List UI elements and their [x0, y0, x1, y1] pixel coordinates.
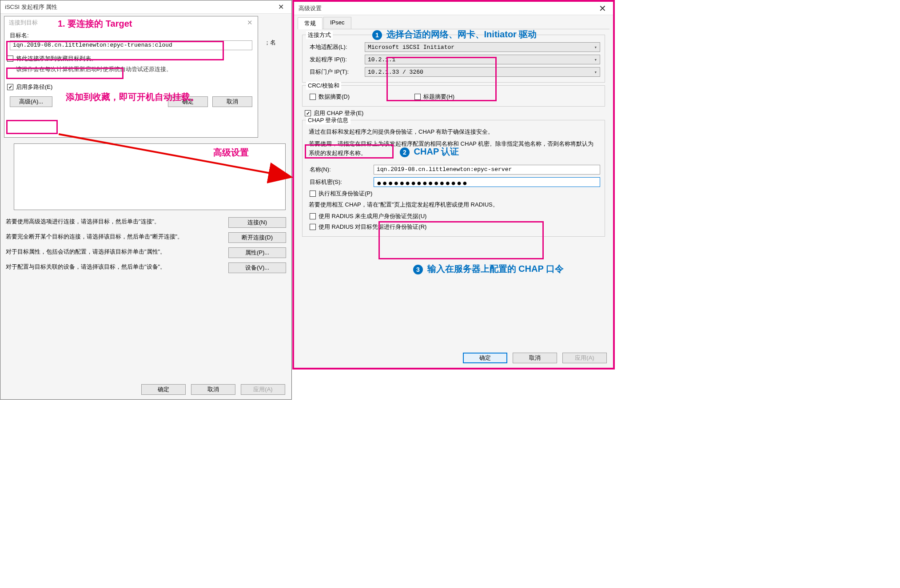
target-name-label: 目标名: — [10, 32, 252, 40]
connect-button[interactable]: 连接(N) — [228, 217, 286, 228]
ok-button[interactable]: 确定 — [141, 384, 186, 395]
target-name-value: iqn.2019-08.cn.littlenewton:epyc-truenas… — [13, 42, 172, 48]
chap-info-label: CHAP 登录信息 — [306, 116, 350, 124]
tab-general[interactable]: 常规 — [298, 17, 323, 29]
connect-help-text: 若要使用高级选项进行连接，请选择目标，然后单击"连接"。 — [6, 217, 219, 226]
chap-secret-value: ●●●●●●●●●●●●●●●● — [377, 179, 468, 187]
cancel-button[interactable]: 取消 — [212, 96, 252, 107]
chevron-down-icon: ▾ — [594, 44, 597, 50]
iscsi-initiator-properties-window: iSCSI 发起程序 属性 ✕ ；名 连接到目标 ✕ 目标名: iqn.2019… — [0, 0, 292, 400]
crc-label: CRC/校验和 — [306, 82, 341, 90]
radius-target-label: 使用 RADIUS 对目标凭据进行身份验证(R) — [319, 223, 426, 231]
properties-help-text: 对于目标属性，包括会话的配置，请选择该目标并单击"属性"。 — [6, 247, 219, 256]
mutual-auth-label: 执行相互身份验证(P) — [319, 190, 372, 198]
badge-3-icon: 3 — [413, 265, 423, 274]
tab-ipsec[interactable]: IPsec — [323, 17, 351, 29]
advanced-button[interactable]: 高级(A)... — [10, 96, 52, 107]
devices-button[interactable]: 设备(V)... — [228, 262, 286, 273]
apply-button[interactable]: 应用(A) — [562, 353, 607, 363]
right-window-title: 高级设置 — [299, 4, 322, 12]
annotation-b3: 3 输入在服务器上配置的 CHAP 口令 — [413, 263, 564, 275]
local-adapter-label: 本地适配器(L): — [307, 43, 365, 51]
annotation-b2: 2 CHAP 认证 — [400, 146, 459, 158]
header-digest-label: 标题摘要(H) — [423, 93, 454, 101]
apply-button[interactable]: 应用(A) — [241, 384, 285, 395]
left-bottom-bar: 确定 取消 应用(A) — [141, 384, 285, 395]
left-window-title: iSCSI 发起程序 属性 — [5, 3, 57, 11]
properties-button[interactable]: 属性(P)... — [228, 247, 286, 258]
enable-multipath-label: 启用多路径(E) — [16, 83, 52, 91]
target-portal-dropdown[interactable]: 10.2.1.33 / 3260 ▾ — [365, 67, 600, 77]
annotation-1: 1. 要连接的 Target — [58, 18, 132, 30]
annotation-b1: 1 选择合适的网络、网卡、Initiator 驱动 — [372, 28, 537, 40]
target-name-input[interactable]: iqn.2019-08.cn.littlenewton:epyc-truenas… — [10, 40, 252, 50]
mutual-auth-checkbox[interactable]: 执行相互身份验证(P) — [307, 190, 600, 198]
chevron-down-icon: ▾ — [594, 69, 597, 75]
chap-name-value: iqn.2019-08.cn.littlenewton:epyc-server — [377, 166, 512, 173]
peek-suffix-text: ；名 — [264, 39, 276, 47]
add-to-favorites-label: 将此连接添加到收藏目标列表。 — [16, 55, 97, 63]
cancel-button[interactable]: 取消 — [513, 353, 557, 363]
local-adapter-value: Microsoft iSCSI Initiator — [368, 44, 454, 51]
checkbox-icon — [305, 110, 311, 116]
crc-group: CRC/校验和 数据摘要(D) 标题摘要(H) — [302, 85, 605, 107]
connection-method-group: 连接方式 本地适配器(L): Microsoft iSCSI Initiator… — [302, 35, 605, 83]
badge-1-icon: 1 — [372, 30, 382, 40]
devices-help-text: 对于配置与目标关联的设备，请选择该目标，然后单击"设备"。 — [6, 262, 219, 271]
initiator-ip-value: 10.2.1.1 — [368, 56, 395, 63]
initiator-ip-label: 发起程序 IP(I): — [307, 56, 365, 64]
checkbox-icon — [7, 84, 13, 90]
tabs: 常规 IPsec — [298, 17, 609, 29]
checkbox-icon — [310, 94, 316, 100]
right-titlebar: 高级设置 ✕ — [294, 2, 613, 15]
chevron-down-icon: ▾ — [594, 57, 597, 63]
badge-2-icon: 2 — [400, 147, 410, 157]
checkbox-icon — [7, 56, 13, 62]
checkbox-icon — [414, 94, 421, 100]
annotation-advanced: 高级设置 — [213, 147, 249, 159]
disconnect-button[interactable]: 断开连接(D) — [228, 232, 286, 243]
chap-name-label: 名称(N): — [307, 166, 374, 174]
annotation-fav: 添加到收藏，即可开机自动挂载。 — [66, 91, 199, 103]
close-icon[interactable]: ✕ — [272, 1, 290, 13]
connect-to-target-dialog: 连接到目标 ✕ 目标名: iqn.2019-08.cn.littlenewton… — [4, 16, 258, 138]
connect-dialog-title: 连接到目标 — [9, 19, 38, 27]
radius-target-checkbox[interactable]: 使用 RADIUS 对目标凭据进行身份验证(R) — [307, 223, 600, 231]
chap-desc-1: 通过在目标和发起程序之间提供身份验证，CHAP 有助于确保连接安全。 — [309, 127, 598, 137]
favorites-help-text: 该操作会在每次计算机重新启动时使系统自动尝试还原连接。 — [4, 65, 258, 73]
checkbox-icon — [310, 213, 316, 219]
header-digest-checkbox[interactable]: 标题摘要(H) — [412, 93, 454, 101]
radius-user-checkbox[interactable]: 使用 RADIUS 来生成用户身份验证凭据(U) — [307, 212, 600, 220]
close-icon[interactable]: ✕ — [243, 19, 256, 27]
checkbox-icon — [310, 191, 316, 197]
enable-multipath-checkbox[interactable]: 启用多路径(E) — [4, 83, 258, 91]
ok-button[interactable]: 确定 — [463, 353, 507, 363]
add-to-favorites-checkbox[interactable]: 将此连接添加到收藏目标列表。 — [4, 55, 258, 63]
target-portal-value: 10.2.1.33 / 3260 — [368, 69, 423, 75]
tab-content-general: 连接方式 本地适配器(L): Microsoft iSCSI Initiator… — [294, 29, 613, 242]
data-digest-label: 数据摘要(D) — [319, 93, 350, 101]
chap-secret-input[interactable]: ●●●●●●●●●●●●●●●● — [374, 177, 600, 187]
target-portal-label: 目标门户 IP(T): — [307, 68, 365, 76]
local-adapter-dropdown[interactable]: Microsoft iSCSI Initiator ▾ — [365, 42, 600, 52]
left-titlebar: iSCSI 发起程序 属性 ✕ — [0, 0, 291, 14]
chap-secret-label: 目标机密(S): — [307, 178, 374, 186]
checkbox-icon — [310, 224, 316, 230]
right-bottom-bar: 确定 取消 应用(A) — [463, 353, 607, 363]
data-digest-checkbox[interactable]: 数据摘要(D) — [307, 93, 350, 101]
radius-user-label: 使用 RADIUS 来生成用户身份验证凭据(U) — [319, 212, 426, 220]
cancel-button[interactable]: 取消 — [191, 384, 235, 395]
mutual-desc: 若要使用相互 CHAP，请在"配置"页上指定发起程序机密或使用 RADIUS。 — [309, 200, 598, 210]
close-icon[interactable]: ✕ — [593, 3, 611, 14]
initiator-ip-dropdown[interactable]: 10.2.1.1 ▾ — [365, 55, 600, 64]
advanced-settings-window: 高级设置 ✕ 常规 IPsec 连接方式 本地适配器(L): Microsoft… — [292, 0, 615, 369]
connection-method-label: 连接方式 — [306, 31, 333, 39]
chap-info-group: CHAP 登录信息 通过在目标和发起程序之间提供身份验证，CHAP 有助于确保连… — [302, 120, 605, 237]
chap-name-input[interactable]: iqn.2019-08.cn.littlenewton:epyc-server — [374, 165, 600, 175]
disconnect-help-text: 若要完全断开某个目标的连接，请选择该目标，然后单击"断开连接"。 — [6, 232, 219, 241]
